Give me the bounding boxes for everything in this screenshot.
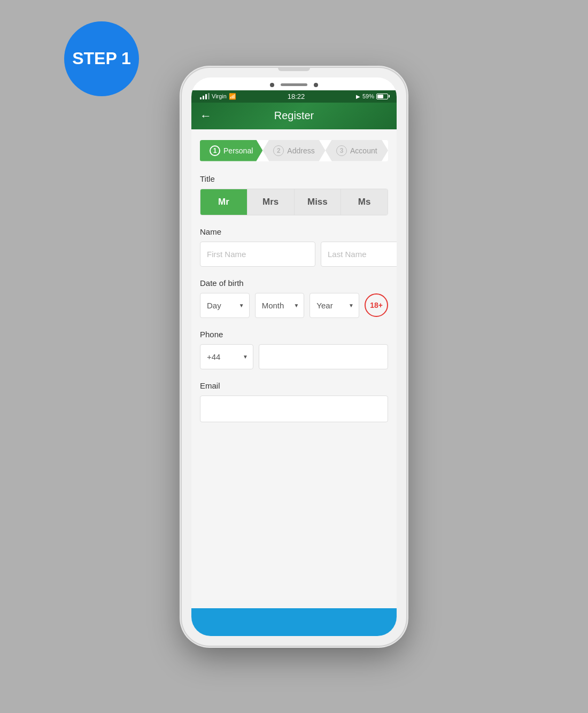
form-content: 1 Personal 2 Address 3 Account Title Mr … xyxy=(191,129,397,610)
phone-code-select[interactable]: +44 xyxy=(200,344,253,369)
status-right: ▶ 59% xyxy=(356,93,388,99)
title-miss-button[interactable]: Miss xyxy=(295,189,342,215)
back-button[interactable]: ← xyxy=(200,109,212,123)
wifi-icon: 📶 xyxy=(229,93,236,100)
step-personal[interactable]: 1 Personal xyxy=(200,140,262,161)
phone-code-wrapper: +44 ▼ xyxy=(200,344,253,369)
location-icon: ▶ xyxy=(356,94,360,99)
dob-label: Date of birth xyxy=(200,278,388,288)
name-label: Name xyxy=(200,227,388,236)
step-2-label: Address xyxy=(287,146,314,155)
dob-input-row: Day ▼ Month ▼ Year ▼ xyxy=(200,293,388,318)
title-ms-button[interactable]: Ms xyxy=(341,189,388,215)
battery-percent: 59% xyxy=(362,93,374,99)
title-mr-button[interactable]: Mr xyxy=(200,189,247,215)
step-3-label: Account xyxy=(350,146,377,155)
status-left: Virgin 📶 xyxy=(200,93,236,100)
submit-bar xyxy=(191,608,397,636)
step-address[interactable]: 2 Address xyxy=(262,140,325,161)
front-camera xyxy=(270,83,274,87)
age-badge: 18+ xyxy=(365,293,388,317)
phone-hardware-top xyxy=(191,78,397,90)
title-label: Title xyxy=(200,174,388,183)
name-input-row xyxy=(200,242,388,267)
status-bar: Virgin 📶 18:22 ▶ 59% xyxy=(191,90,397,103)
battery-icon xyxy=(376,94,388,99)
title-mrs-button[interactable]: Mrs xyxy=(247,189,295,215)
email-label: Email xyxy=(200,381,388,390)
phone-number-input[interactable] xyxy=(259,344,388,369)
step-badge-label: STEP 1 xyxy=(72,49,131,68)
progress-steps: 1 Personal 2 Address 3 Account xyxy=(200,140,388,161)
nav-bar: ← Register xyxy=(191,103,397,129)
last-name-input[interactable] xyxy=(321,242,397,267)
year-select-wrapper: Year ▼ xyxy=(310,293,359,318)
step-account[interactable]: 3 Account xyxy=(326,140,388,161)
email-input[interactable] xyxy=(200,396,388,422)
dob-section: Date of birth Day ▼ Month ▼ xyxy=(200,278,388,318)
phone-input-row: +44 ▼ xyxy=(200,344,388,369)
step-3-number: 3 xyxy=(336,145,347,156)
step-1-label: Personal xyxy=(223,146,253,155)
title-section: Title Mr Mrs Miss Ms xyxy=(200,174,388,215)
year-select[interactable]: Year xyxy=(310,293,359,318)
phone-section: Phone +44 ▼ xyxy=(200,330,388,369)
page-title: Register xyxy=(220,110,368,122)
email-section: Email xyxy=(200,381,388,422)
signal-icon xyxy=(200,93,210,99)
step-2-number: 2 xyxy=(273,145,284,156)
day-select[interactable]: Day xyxy=(200,293,250,318)
status-time: 18:22 xyxy=(288,92,305,100)
earpiece-speaker xyxy=(281,83,307,86)
month-select[interactable]: Month xyxy=(255,293,305,318)
first-name-input[interactable] xyxy=(200,242,315,267)
day-select-wrapper: Day ▼ xyxy=(200,293,250,318)
step-badge: STEP 1 xyxy=(64,21,139,96)
proximity-sensor xyxy=(314,83,318,87)
phone-label: Phone xyxy=(200,330,388,339)
phone-frame: Virgin 📶 18:22 ▶ 59% ← Register 1 xyxy=(182,68,406,646)
step-1-number: 1 xyxy=(210,145,220,156)
name-section: Name xyxy=(200,227,388,267)
phone-screen: Virgin 📶 18:22 ▶ 59% ← Register 1 xyxy=(191,78,397,636)
month-select-wrapper: Month ▼ xyxy=(255,293,305,318)
title-button-group: Mr Mrs Miss Ms xyxy=(200,189,388,215)
carrier-name: Virgin xyxy=(212,93,227,99)
